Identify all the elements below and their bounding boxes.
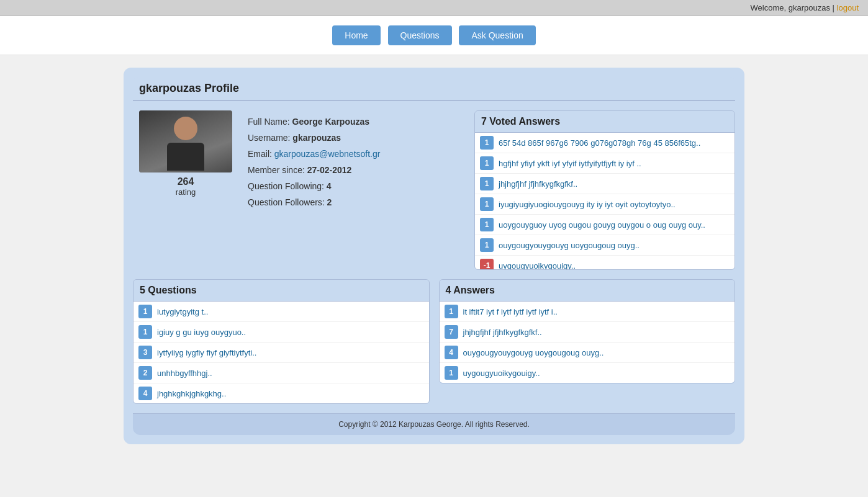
- question-link[interactable]: jhghkghkjghkgkhg..: [157, 389, 226, 398]
- vote-badge: 7: [445, 325, 458, 339]
- vote-badge: 1: [480, 156, 494, 170]
- question-followers-value: 2: [327, 197, 332, 207]
- questions-list: 1iutygiytgyitg t..1igiuy g gu iuyg ouygy…: [133, 302, 429, 403]
- answer-item[interactable]: 165f 54d 865f 967g6 7906 g076g078gh 76g …: [475, 133, 735, 153]
- vote-badge: 1: [445, 366, 458, 380]
- question-following-value: 4: [327, 181, 332, 191]
- full-name-value: George Karpouzas: [292, 117, 369, 127]
- vote-badge: 1: [480, 177, 494, 190]
- full-name-label: Full Name:: [248, 117, 290, 127]
- bottom-sections: 5 Questions 1iutygiytgyitg t..1igiuy g g…: [133, 279, 735, 404]
- answer-link[interactable]: uygougyuoikygouigy..: [463, 369, 540, 378]
- voted-answers-section: 7 Voted Answers 165f 54d 865f 967g6 7906…: [474, 110, 735, 270]
- vote-badge: 2: [138, 366, 152, 380]
- answers-list: 1it iftit7 iyt f iytf iytf iytf iytf i..…: [440, 302, 735, 383]
- question-followers-row: Question Followers: 2: [248, 197, 465, 207]
- question-item[interactable]: 3iytfyiiyg iygfiy fiyf giyftiytfyti..: [133, 343, 429, 363]
- answer-item[interactable]: 1uoygouyguoy uyog ougou gouyg ouygou o o…: [475, 215, 735, 235]
- answer-item[interactable]: 4ouygougyouygоuyg uoygougoug ouyg..: [440, 343, 735, 363]
- answer-item[interactable]: 1it iftit7 iyt f iytf iytf iytf iytf i..: [440, 302, 735, 322]
- top-bar: Welcome, gkarpouzas | logout: [0, 0, 868, 16]
- profile-header: gkarpouzas Profile: [133, 77, 735, 101]
- profile-title: gkarpouzas Profile: [139, 82, 239, 94]
- question-following-label: Question Following:: [248, 181, 324, 191]
- welcome-text: Welcome, gkarpouzas |: [751, 3, 834, 12]
- rating-number: 264: [176, 176, 196, 187]
- member-since-label: Member since:: [248, 165, 305, 175]
- vote-badge: 3: [138, 346, 152, 359]
- answer-link[interactable]: ouygougyouygоuyg uoygougoug ouyg..: [463, 348, 604, 357]
- answer-link[interactable]: uoygouyguoy uyog ougou gouyg ouygou o ou…: [499, 220, 705, 230]
- answer-link[interactable]: jhjhgfjhf jfjhfkygfkgfkf..: [463, 328, 542, 337]
- question-link[interactable]: unhhbgyffhhgj..: [157, 369, 212, 378]
- answers-title: 4 Answers: [440, 280, 735, 302]
- logout-link[interactable]: logout: [837, 3, 859, 12]
- email-link[interactable]: gkarpouzas@webnetsoft.gr: [274, 149, 381, 159]
- footer-text: Copyright © 2012 Karpouzas George. All r…: [338, 420, 530, 429]
- profile-body: 264 rating Full Name: George Karpouzas U…: [133, 110, 735, 270]
- answer-link[interactable]: uygougyuoikygouigy..: [499, 261, 576, 270]
- question-followers-label: Question Followers:: [248, 197, 325, 207]
- vote-badge: 1: [480, 238, 494, 252]
- answers-box: 4 Answers 1it iftit7 iyt f iytf iytf iyt…: [439, 279, 736, 383]
- answer-link[interactable]: jhjhgfjhf jfjhfkygfkgfkf..: [499, 179, 577, 189]
- vote-badge: 1: [138, 305, 152, 318]
- answer-item[interactable]: 1ouygougyouygоuyg uoygougoug ouyg..: [475, 235, 735, 256]
- question-item[interactable]: 2unhhbgyffhhgj..: [133, 363, 429, 383]
- answer-link[interactable]: iyugiyugiyuogiouygouyg ity iy iyt oyit o…: [499, 200, 676, 209]
- avatar-image: [139, 110, 232, 172]
- voted-answers-box: 7 Voted Answers 165f 54d 865f 967g6 7906…: [474, 110, 735, 270]
- answer-item[interactable]: 1hgfjhf yfiyf ykft iyf yfyif iytfyifytfj…: [475, 153, 735, 174]
- vote-badge: 4: [445, 346, 458, 359]
- questions-section: 5 Questions 1iutygiytgyitg t..1igiuy g g…: [133, 279, 430, 404]
- question-item[interactable]: 1igiuy g gu iuyg ouygyuo..: [133, 322, 429, 343]
- vote-badge: 1: [480, 136, 494, 150]
- username-label: Username:: [248, 133, 290, 143]
- questions-title: 5 Questions: [133, 280, 429, 302]
- rating-display: 264 rating: [176, 176, 196, 197]
- vote-badge: 1: [445, 305, 458, 318]
- answer-link[interactable]: ouygougyouygоuyg uoygougoug ouyg..: [499, 241, 640, 250]
- question-link[interactable]: igiuy g gu iuyg ouygyuo..: [157, 328, 246, 337]
- question-link[interactable]: iytfyiiyg iygfiy fiyf giyftiytfyti..: [157, 348, 256, 357]
- avatar: [139, 110, 232, 172]
- full-name-row: Full Name: George Karpouzas: [248, 117, 465, 127]
- vote-badge: 1: [480, 218, 494, 231]
- questions-button[interactable]: Questions: [388, 25, 452, 45]
- vote-badge: 1: [480, 197, 494, 211]
- profile-info: Full Name: George Karpouzas Username: gk…: [248, 110, 465, 270]
- answer-link[interactable]: 65f 54d 865f 967g6 7906 g076g078gh 76g 4…: [499, 138, 700, 148]
- answer-link[interactable]: hgfjhf yfiyf ykft iyf yfyif iytfyifytfjy…: [499, 159, 641, 168]
- voted-answers-title: 7 Voted Answers: [475, 111, 735, 133]
- vote-badge: 1: [138, 325, 152, 339]
- voted-answers-list[interactable]: 165f 54d 865f 967g6 7906 g076g078gh 76g …: [475, 133, 735, 269]
- answer-item[interactable]: 1iyugiyugiyuogiouygouyg ity iy iyt oyit …: [475, 194, 735, 215]
- answer-item[interactable]: -1uygougyuoikygouigy..: [475, 256, 735, 269]
- question-link[interactable]: iutygiytgyitg t..: [157, 307, 208, 316]
- question-following-row: Question Following: 4: [248, 181, 465, 191]
- answer-link[interactable]: it iftit7 iyt f iytf iytf iytf iytf i..: [463, 307, 558, 316]
- username-value: gkarpouzas: [292, 133, 341, 143]
- member-since-row: Member since: 27-02-2012: [248, 165, 465, 175]
- vote-badge: 4: [138, 387, 152, 400]
- answers-section: 4 Answers 1it iftit7 iyt f iytf iytf iyt…: [439, 279, 736, 404]
- question-item[interactable]: 1iutygiytgyitg t..: [133, 302, 429, 322]
- footer: Copyright © 2012 Karpouzas George. All r…: [133, 413, 735, 435]
- rating-label: rating: [176, 187, 196, 197]
- question-item[interactable]: 4jhghkghkjghkgkhg..: [133, 383, 429, 403]
- username-row: Username: gkarpouzas: [248, 133, 465, 143]
- answer-item[interactable]: 1uygougyuoikygouigy..: [440, 363, 735, 383]
- answer-item[interactable]: 7jhjhgfjhf jfjhfkygfkgfkf..: [440, 322, 735, 343]
- questions-box: 5 Questions 1iutygiytgyitg t..1igiuy g g…: [133, 279, 430, 404]
- answer-item[interactable]: 1jhjhgfjhf jfjhfkygfkgfkf..: [475, 174, 735, 194]
- email-label: Email:: [248, 149, 272, 159]
- ask-question-button[interactable]: Ask Question: [459, 25, 535, 45]
- main-container: gkarpouzas Profile 264 rating Full Name:: [124, 68, 744, 444]
- home-button[interactable]: Home: [332, 25, 380, 45]
- profile-left: 264 rating: [133, 110, 238, 270]
- vote-badge: -1: [480, 259, 494, 269]
- nav-bar: Home Questions Ask Question: [0, 16, 868, 55]
- email-row: Email: gkarpouzas@webnetsoft.gr: [248, 149, 465, 159]
- member-since-value: 27-02-2012: [307, 165, 352, 175]
